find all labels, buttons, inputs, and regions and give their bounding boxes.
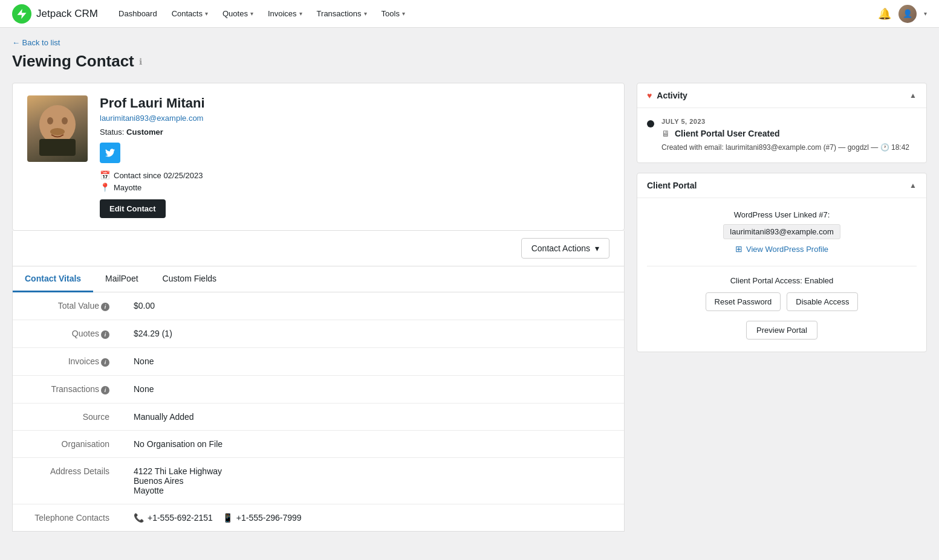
chevron-down-icon: ▾ (595, 243, 599, 253)
activity-date: July 5, 2023 (661, 118, 909, 125)
left-panel: Prof Lauri Mitani laurimitani893@example… (12, 83, 625, 532)
contact-info: Prof Lauri Mitani laurimitani893@example… (100, 95, 609, 218)
svg-point-2 (62, 117, 68, 124)
right-panel: ♥ Activity ▲ July 5, 2023 🖥 Client Porta… (637, 83, 927, 352)
avatar-dropdown-caret[interactable]: ▾ (924, 10, 927, 17)
total-value-info-icon[interactable]: i (101, 303, 109, 311)
address-label: Address Details (13, 458, 122, 504)
location-icon: 📍 (100, 182, 110, 192)
breadcrumb[interactable]: ← Back to list (12, 38, 60, 47)
heart-icon: ♥ (647, 91, 652, 100)
contact-email[interactable]: laurimitani893@example.com (100, 114, 609, 123)
organisation-cell: No Organisation on File (122, 431, 624, 458)
portal-buttons: Reset Password Disable Access (647, 292, 917, 311)
contacts-caret: ▾ (205, 10, 208, 17)
table-row: Organisation No Organisation on File (13, 431, 624, 458)
page-title-info-icon[interactable]: ℹ (139, 57, 142, 66)
telephone-cell: 📞 +1-555-692-2151 📱 +1-555-296-7999 (122, 504, 624, 532)
source-label: Source (13, 404, 122, 431)
edit-contact-button[interactable]: Edit Contact (100, 199, 166, 218)
activity-title: ♥ Activity (647, 91, 687, 100)
contact-photo-placeholder (27, 95, 88, 162)
nav-dashboard[interactable]: Dashboard (112, 5, 163, 22)
nav-quotes[interactable]: Quotes ▾ (216, 5, 259, 22)
source-cell: Manually Added (122, 404, 624, 431)
table-row: Total Valuei $0.00 (13, 292, 624, 320)
wordpress-icon: ⊞ (735, 244, 742, 254)
avatar-placeholder: 👤 (898, 5, 917, 23)
table-row: Source Manually Added (13, 404, 624, 431)
preview-portal-button[interactable]: Preview Portal (746, 321, 817, 340)
app-logo[interactable]: Jetpack CRM (12, 4, 98, 24)
phone-icon-1: 📞 (134, 513, 144, 523)
nav-tools[interactable]: Tools ▾ (375, 5, 411, 22)
invoices-info-icon[interactable]: i (101, 358, 109, 367)
invoices-caret: ▾ (299, 10, 302, 17)
contact-location: 📍 Mayotte (100, 182, 609, 192)
client-portal-header: Client Portal ▲ (637, 173, 926, 198)
phone-number-1: +1-555-692-2151 (148, 513, 213, 523)
quotes-caret: ▾ (250, 10, 253, 17)
notifications-bell-icon[interactable]: 🔔 (878, 7, 891, 21)
total-value-label: Total Valuei (13, 292, 122, 320)
address-cell: 4122 Thi Lake Highway Buenos Aires Mayot… (122, 458, 624, 504)
tab-contact-vitals[interactable]: Contact Vitals (13, 266, 93, 292)
activity-event-icon: 🖥 (661, 129, 670, 138)
tabs-header: Contact Vitals MailPoet Custom Fields (13, 266, 624, 292)
portal-wp-link[interactable]: ⊞ View WordPress Profile (647, 244, 917, 254)
phone-icon-2: 📱 (223, 513, 233, 523)
telephone-label: Telephone Contacts (13, 504, 122, 532)
portal-preview: Preview Portal (647, 321, 917, 340)
table-row: Quotesi $24.29 (1) (13, 320, 624, 348)
nav-contacts[interactable]: Contacts ▾ (166, 5, 214, 22)
nav-invoices[interactable]: Invoices ▾ (262, 5, 308, 22)
portal-email-badge: laurimitani893@example.com (723, 224, 840, 239)
phone-item-2: 📱 +1-555-296-7999 (223, 513, 302, 523)
page-wrapper: ← Back to list Viewing Contact ℹ (0, 28, 939, 556)
page-title: Viewing Contact ℹ (12, 52, 927, 71)
contact-name: Prof Lauri Mitani (100, 95, 609, 111)
quotes-label: Quotesi (13, 320, 122, 348)
svg-point-3 (50, 128, 65, 135)
invoices-cell: None (122, 348, 624, 376)
organisation-label: Organisation (13, 431, 122, 458)
activity-event-title: Client Portal User Created (675, 129, 780, 138)
portal-access: Client Portal Access: Enabled Reset Pass… (647, 276, 917, 311)
activity-item: July 5, 2023 🖥 Client Portal User Create… (647, 118, 917, 153)
transactions-caret: ▾ (364, 10, 367, 17)
tab-mailpoet[interactable]: MailPoet (93, 266, 150, 292)
activity-content: July 5, 2023 🖥 Client Portal User Create… (637, 108, 926, 163)
activity-toggle-icon[interactable]: ▲ (909, 91, 917, 100)
brand-name: Jetpack CRM (36, 8, 98, 20)
transactions-info-icon[interactable]: i (101, 386, 109, 394)
transactions-cell: None (122, 376, 624, 404)
reset-password-button[interactable]: Reset Password (706, 292, 781, 311)
total-value-cell: $0.00 (122, 292, 624, 320)
phone-item-1: 📞 +1-555-692-2151 (134, 513, 213, 523)
client-portal-card: Client Portal ▲ WordPress User Linked #7… (637, 173, 927, 352)
table-row: Transactionsi None (13, 376, 624, 404)
client-portal-toggle-icon[interactable]: ▲ (909, 181, 917, 190)
svg-rect-4 (39, 139, 76, 156)
tab-custom-fields[interactable]: Custom Fields (151, 266, 229, 292)
activity-event: 🖥 Client Portal User Created (661, 129, 909, 138)
user-avatar[interactable]: 👤 (898, 5, 917, 23)
portal-wp-user: WordPress User Linked #7: laurimitani893… (647, 210, 917, 254)
calendar-icon: 📅 (100, 170, 110, 180)
nav-items: Dashboard Contacts ▾ Quotes ▾ Invoices ▾… (112, 5, 878, 22)
top-navigation: Jetpack CRM Dashboard Contacts ▾ Quotes … (0, 0, 939, 28)
tools-caret: ▾ (402, 10, 405, 17)
client-portal-title: Client Portal (647, 181, 697, 190)
invoices-label: Invoicesi (13, 348, 122, 376)
quotes-cell: $24.29 (1) (122, 320, 624, 348)
svg-point-0 (39, 105, 76, 144)
disable-access-button[interactable]: Disable Access (787, 292, 858, 311)
contact-actions-button[interactable]: Contact Actions ▾ (521, 238, 609, 259)
quotes-info-icon[interactable]: i (101, 330, 109, 339)
tabs-container: Contact Vitals MailPoet Custom Fields To… (12, 266, 625, 532)
nav-transactions[interactable]: Transactions ▾ (311, 5, 373, 22)
twitter-button[interactable] (100, 143, 120, 163)
activity-body: July 5, 2023 🖥 Client Portal User Create… (661, 118, 909, 153)
vitals-table: Total Valuei $0.00 Quotesi $24.29 (1) (13, 292, 624, 531)
contact-actions-row: Contact Actions ▾ (12, 231, 625, 266)
